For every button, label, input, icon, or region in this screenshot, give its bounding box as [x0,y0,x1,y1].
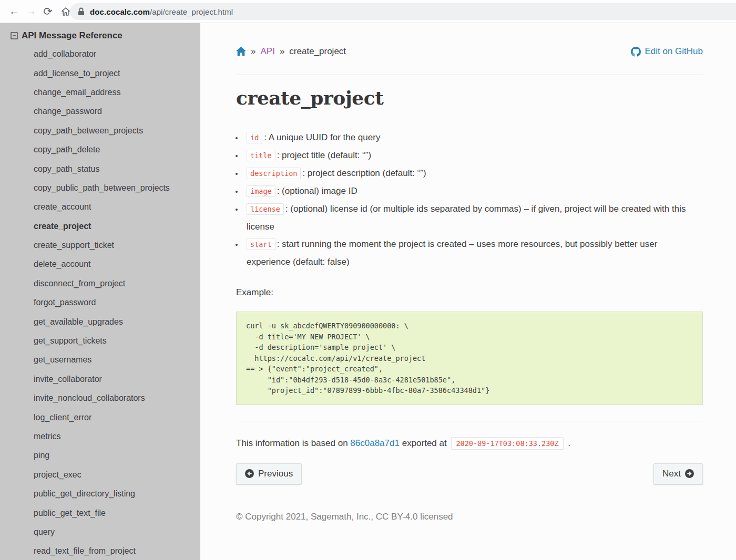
sidebar-item-copy_public_path_between_projects[interactable]: copy_public_path_between_projects [0,179,200,198]
param-code-chip: image [247,185,275,197]
sidebar-item-create_account[interactable]: create_account [0,198,200,216]
sidebar-item-create_support_ticket[interactable]: create_support_ticket [0,236,200,255]
address-bar[interactable]: doc.cocalc.com/api/create_project.html [70,3,736,20]
sidebar-item-project_exec[interactable]: project_exec [0,465,200,484]
export-info: This information is based on 86c0a8a7d1 … [236,438,703,449]
breadcrumb-current-page: create_project [289,46,346,57]
content-divider [236,421,703,421]
example-label: Example: [236,287,703,298]
forward-icon[interactable]: → [23,4,39,19]
param-code-chip: title [247,150,275,161]
sidebar-item-copy_path_status[interactable]: copy_path_status [0,159,200,178]
arrow-circle-left-icon [245,469,254,478]
commit-link[interactable]: 86c0a8a7d1 [350,438,400,448]
param-description: : (optional) license id (or multiple ids… [247,204,686,232]
sidebar-item-add_collaborator[interactable]: add_collaborator [0,45,200,64]
browser-toolbar: ← → ⟳ doc.cocalc.com/api/create_project.… [0,0,736,23]
reload-icon[interactable]: ⟳ [40,4,56,19]
breadcrumb-divider [236,75,703,75]
copyright-text: © Copyright 2021, Sagemath, Inc., CC BY-… [236,512,703,522]
sidebar-item-invite_collaborator[interactable]: invite_collaborator [0,370,200,389]
timestamp-chip: 2020-09-17T03:08:33.230Z [451,437,563,450]
sidebar-item-query[interactable]: query [0,523,200,542]
breadcrumb-separator: » [280,46,284,57]
param-code-chip: description [247,168,301,179]
breadcrumb: » API » create_project Edit on GitHub [236,46,703,57]
sidebar-item-change_password[interactable]: change_password [0,102,200,121]
collapse-minus-icon[interactable] [11,32,18,39]
previous-button-label: Previous [258,469,293,479]
next-button-label: Next [662,469,681,479]
sidebar-item-create_project[interactable]: create_project [0,217,200,236]
param-description: : project title (default: “”) [277,150,372,160]
arrow-circle-right-icon [685,469,694,478]
url-domain: doc.cocalc.com [90,7,150,16]
url-text[interactable]: doc.cocalc.com/api/create_project.html [90,7,233,16]
param-title: title: project title (default: “”) [243,147,703,164]
url-path: /api/create_project.html [150,7,233,16]
param-description-item: description: project description (defaul… [243,164,703,182]
sidebar-item-forgot_password[interactable]: forgot_password [0,293,200,312]
sidebar-section-title: API Message Reference [22,30,122,41]
edit-on-github-link[interactable]: Edit on GitHub [631,46,703,57]
sidebar-item-list: add_collaborator add_license_to_project … [0,45,200,560]
sidebar-item-metrics[interactable]: metrics [0,427,200,446]
export-info-middle: exported at [402,438,447,448]
param-start: start: start running the moment the proj… [243,235,703,271]
param-license: license: (optional) license id (or multi… [243,200,703,235]
sidebar-item-change_email_address[interactable]: change_email_address [0,83,200,102]
next-button[interactable]: Next [653,463,703,484]
sidebar-item-public_get_directory_listing[interactable]: public_get_directory_listing [0,484,200,503]
sidebar-item-get_available_upgrades[interactable]: get_available_upgrades [0,312,200,331]
sidebar-item-copy_path_between_projects[interactable]: copy_path_between_projects [0,121,200,140]
sidebar-item-invite_noncloud_collaborators[interactable]: invite_noncloud_collaborators [0,389,200,408]
export-info-prefix: This information is based on [236,438,348,448]
breadcrumb-api-link[interactable]: API [260,46,274,57]
sidebar-item-read_text_file_from_project[interactable]: read_text_file_from_project [0,542,200,560]
param-code-chip: id [247,132,262,143]
lock-icon[interactable] [78,7,85,16]
previous-button[interactable]: Previous [236,463,302,484]
sidebar-item-ping[interactable]: ping [0,446,200,465]
parameter-list: id: A unique UUID for the query title: p… [243,129,703,271]
param-description: : start running the moment the project i… [247,239,657,267]
main-content: » API » create_project Edit on GitHub cr… [200,23,736,560]
sidebar-item-log_client_error[interactable]: log_client_error [0,408,200,427]
edit-on-github-label: Edit on GitHub [645,46,703,57]
back-icon[interactable]: ← [6,4,22,19]
param-description: : (optional) image ID [277,186,357,196]
param-image: image: (optional) image ID [243,182,703,200]
sidebar-nav: API Message Reference add_collaborator a… [0,23,200,560]
sidebar-item-public_get_text_file[interactable]: public_get_text_file [0,503,200,522]
sidebar-item-copy_path_delete[interactable]: copy_path_delete [0,140,200,159]
param-code-chip: license [247,203,284,215]
breadcrumb-home-icon[interactable] [236,47,246,56]
param-description: : project description (default: “”) [302,168,426,178]
export-info-suffix: . [568,438,570,448]
github-icon [631,47,641,57]
param-description: : A unique UUID for the query [264,132,380,142]
sidebar-item-get_support_tickets[interactable]: get_support_tickets [0,331,200,350]
sidebar-item-add_license_to_project[interactable]: add_license_to_project [0,64,200,82]
example-code-block: curl -u sk_abcdefQWERTY090900000000: \ -… [236,312,703,405]
param-code-chip: start [247,238,275,250]
breadcrumb-separator: » [251,46,255,57]
sidebar-item-delete_account[interactable]: delete_account [0,255,200,274]
page-title: create_project [236,87,703,109]
param-id: id: A unique UUID for the query [243,129,703,147]
sidebar-item-disconnect_from_project[interactable]: disconnect_from_project [0,274,200,293]
sidebar-item-get_usernames[interactable]: get_usernames [0,350,200,369]
sidebar-section-header[interactable]: API Message Reference [11,30,200,41]
pager-row: Previous Next [236,463,703,484]
